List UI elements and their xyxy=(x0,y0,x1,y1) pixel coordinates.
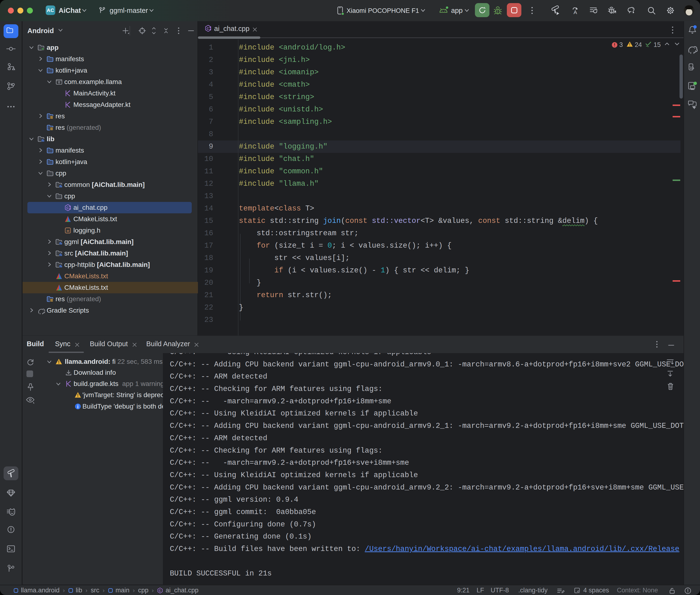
svg-text:C: C xyxy=(159,589,161,592)
svg-text:H: H xyxy=(67,229,69,233)
svg-text:A: A xyxy=(573,9,577,15)
svg-text:C: C xyxy=(207,27,209,30)
svg-text:C: C xyxy=(66,206,69,210)
